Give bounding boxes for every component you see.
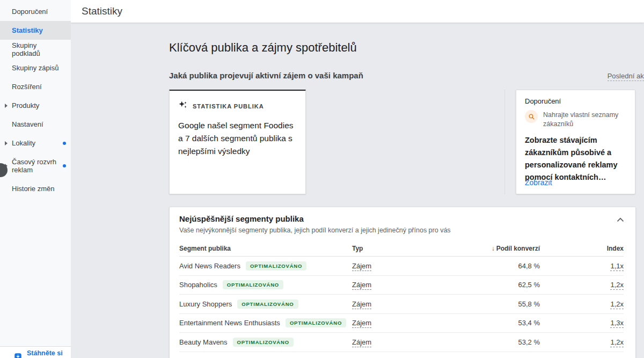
table-subtitle: Vaše nejvýkonnější segmenty publika, jej… [170, 225, 635, 235]
section-header-row: Jaká publika projevují aktivní zájem o v… [169, 71, 644, 81]
expand-arrow-icon [5, 104, 8, 108]
show-recommendation-link[interactable]: Zobrazit [525, 178, 552, 187]
index-cell: 1,3x [540, 319, 624, 327]
sidebar-item-7[interactable]: Lokality [0, 134, 71, 152]
segment-cell: Beauty MavensOPTIMALIZOVÁNO [179, 338, 352, 347]
collapse-card-button[interactable] [614, 214, 627, 227]
recommendation-body: Zobrazte stávajícím zákazníkům působivé … [525, 134, 626, 184]
index-value-link[interactable]: 1,2x [610, 338, 624, 347]
table-row: Entertainment News EnthusiastsOPTIMALIZO… [179, 314, 624, 333]
segment-type-link[interactable]: Zájem [352, 300, 371, 309]
last-update-link[interactable]: Poslední aktualizace: 8. 3. 2022 [608, 72, 644, 81]
sidebar-item-label: Skupiny zápisů [12, 64, 58, 72]
recommendation-card: Doporučení Nahrajte vlastní seznamy záka… [516, 90, 635, 194]
conversion-share-value: 55,8 % [454, 300, 540, 308]
top-audience-segments-card: Nejúspěšnější segmenty publika Vaše nejv… [169, 207, 636, 358]
sidebar-item-0[interactable]: Doporučení [0, 2, 71, 21]
table-row: Avid News ReadersOPTIMALIZOVÁNO Zájem 64… [179, 257, 624, 276]
segment-type-link[interactable]: Zájem [352, 281, 371, 290]
sidebar: Doporučení Statistiky Skupiny podkladů S… [0, 0, 71, 358]
table-body: Avid News ReadersOPTIMALIZOVÁNO Zájem 64… [170, 257, 635, 352]
sidebar-item-5[interactable]: Produkty [0, 96, 71, 115]
index-value-link[interactable]: 1,2x [610, 281, 624, 290]
index-cell: 1,2x [540, 281, 624, 289]
sidebar-item-label: Produkty [12, 101, 39, 109]
sparkle-icon [178, 100, 188, 112]
sidebar-item-label: Historie změn [12, 185, 54, 193]
segment-name-link[interactable]: Luxury Shoppers [179, 300, 232, 309]
segment-type-link[interactable]: Zájem [352, 262, 371, 271]
column-header-conversion-share[interactable]: ↓Podíl konverzí [454, 245, 540, 252]
segment-cell: Luxury ShoppersOPTIMALIZOVÁNO [179, 299, 352, 309]
index-value-link[interactable]: 1,1x [610, 262, 624, 271]
page-header-title: Statistiky [82, 5, 122, 17]
sidebar-item-6[interactable]: Nastavení [0, 115, 71, 134]
chevron-up-icon [614, 214, 626, 226]
type-cell: Zájem [352, 300, 454, 308]
insight-card-label: STATISTIKA PUBLIKA [193, 103, 264, 109]
optimized-badge: OPTIMALIZOVÁNO [233, 338, 294, 347]
content-area: Klíčová publika a zájmy spotřebitelů Jak… [71, 23, 644, 358]
index-cell: 1,2x [540, 300, 624, 308]
insight-label-row: STATISTIKA PUBLIKA [178, 100, 297, 112]
sidebar-item-1[interactable]: Statistiky [0, 21, 71, 40]
section-heading: Jaká publika projevují aktivní zájem o v… [169, 71, 363, 80]
cards-divider [504, 90, 505, 194]
sidebar-item-label: Rozšíření [12, 83, 42, 91]
sidebar-item-3[interactable]: Skupiny zápisů [0, 59, 71, 77]
conversion-share-value: 64,8 % [454, 262, 540, 270]
audience-insight-card[interactable]: STATISTIKA PUBLIKA Google našel segment … [169, 90, 306, 194]
sidebar-item-list: Doporučení Statistiky Skupiny podkladů S… [0, 0, 71, 198]
sidebar-item-4[interactable]: Rozšíření [0, 77, 71, 96]
optimized-badge: OPTIMALIZOVÁNO [223, 280, 283, 289]
conversion-share-value: 53,2 % [454, 338, 540, 346]
segment-name-link[interactable]: Entertainment News Enthusiasts [179, 319, 280, 327]
table-row: ShopaholicsOPTIMALIZOVÁNO Zájem 62,5 % 1… [179, 276, 624, 295]
table-row: Luxury ShoppersOPTIMALIZOVÁNO Zájem 55,8… [179, 295, 624, 314]
index-value-link[interactable]: 1,2x [610, 300, 624, 309]
segment-cell: Avid News ReadersOPTIMALIZOVÁNO [179, 261, 352, 271]
page-title: Klíčová publika a zájmy spotřebitelů [169, 41, 357, 55]
notification-dot [63, 164, 66, 167]
sidebar-item-label: Časový rozvrh reklam [12, 158, 65, 174]
recommendation-card-title: Doporučení [525, 97, 626, 105]
sidebar-item-label: Statistiky [12, 26, 43, 34]
index-cell: 1,2x [540, 338, 624, 346]
conversion-share-value: 62,5 % [454, 281, 540, 289]
table-row: Beauty MavensOPTIMALIZOVÁNO Zájem 53,2 %… [179, 333, 624, 352]
optimized-badge: OPTIMALIZOVÁNO [237, 299, 298, 309]
segment-name-link[interactable]: Beauty Mavens [179, 338, 228, 347]
segment-cell: ShopaholicsOPTIMALIZOVÁNO [179, 280, 352, 289]
segment-name-link[interactable]: Shopaholics [179, 281, 217, 289]
download-app-icon [14, 353, 22, 358]
sidebar-nav: Doporučení Statistiky Skupiny podkladů S… [0, 0, 71, 198]
segment-type-link[interactable]: Zájem [352, 338, 371, 347]
notification-dot [63, 142, 66, 145]
topbar: Statistiky [71, 0, 644, 23]
search-icon [525, 110, 538, 123]
sidebar-item-label: Doporučení [12, 8, 48, 16]
type-cell: Zájem [352, 262, 454, 270]
column-header-type[interactable]: Typ [352, 245, 454, 252]
type-cell: Zájem [352, 338, 454, 346]
download-app-label: Stáhněte si [27, 349, 63, 357]
column-header-index[interactable]: Index [540, 245, 624, 252]
sidebar-item-2[interactable]: Skupiny podkladů [0, 40, 71, 59]
segment-type-link[interactable]: Zájem [352, 319, 371, 328]
recommendation-subtitle: Nahrajte vlastní seznamy zákazníků [543, 110, 626, 129]
sort-descending-icon: ↓ [492, 245, 495, 252]
insight-card-body: Google našel segment Foodies a 7 dalších… [178, 119, 297, 158]
index-cell: 1,1x [540, 262, 624, 270]
sidebar-item-8[interactable]: Časový rozvrh reklam [0, 152, 71, 179]
segment-name-link[interactable]: Avid News Readers [179, 262, 240, 271]
conversion-share-value: 53,4 % [454, 319, 540, 327]
optimized-badge: OPTIMALIZOVÁNO [246, 261, 306, 271]
recommendation-subrow: Nahrajte vlastní seznamy zákazníků [525, 110, 626, 129]
sidebar-item-label: Nastavení [12, 120, 43, 128]
segment-cell: Entertainment News EnthusiastsOPTIMALIZO… [179, 318, 352, 327]
column-header-segment[interactable]: Segment publika [179, 245, 352, 252]
index-value-link[interactable]: 1,3x [610, 319, 624, 328]
sidebar-item-label: Skupiny podkladů [12, 41, 65, 57]
sidebar-item-9[interactable]: Historie změn [0, 179, 71, 198]
download-app-link[interactable]: Stáhněte si [0, 346, 71, 358]
